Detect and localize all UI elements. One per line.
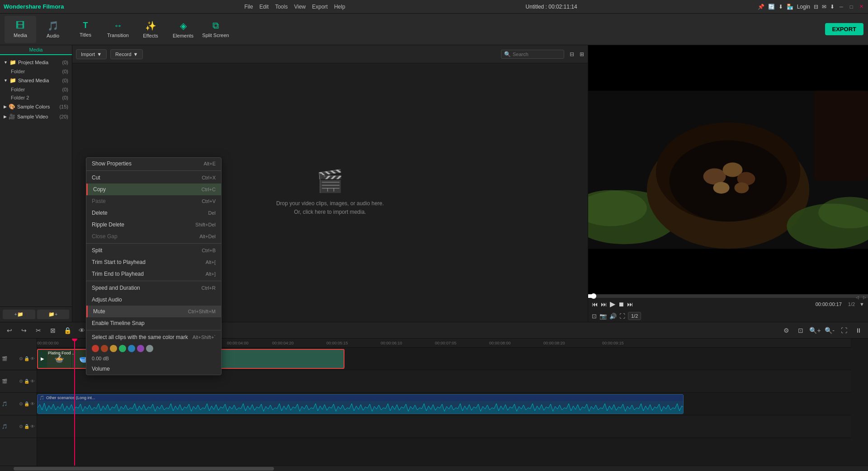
record-button[interactable]: Record ▼	[110, 49, 143, 59]
svg-point-10	[713, 182, 730, 193]
close-button[interactable]: ✕	[858, 4, 864, 10]
ctx-enable-snap[interactable]: Enable Timeline Snap	[86, 317, 221, 329]
track-lock-button[interactable]: 🔒	[24, 356, 29, 361]
tree-project-folder[interactable]: Folder (0)	[0, 67, 72, 75]
zoom-fit-button[interactable]: ⊡	[795, 325, 807, 336]
ctx-split[interactable]: Split Ctrl+B	[86, 245, 221, 256]
fast-forward-button[interactable]: ⏭	[627, 301, 633, 308]
redo-button[interactable]: ↪	[18, 325, 30, 336]
tree-project-media-header[interactable]: ▼ 📁 Project Media (0)	[0, 57, 72, 67]
ctx-trim-start[interactable]: Trim Start to Playhead Alt+[	[86, 256, 221, 268]
rewind-button[interactable]: ⏮	[592, 301, 598, 308]
toolbar-split-screen[interactable]: ⧉ Split Screen	[200, 16, 231, 43]
preview-snapshot-button[interactable]: 📷	[599, 313, 607, 320]
color-swatch-gray[interactable]	[146, 345, 153, 352]
pause-button[interactable]: ⏸	[853, 325, 864, 336]
preview-volume-button[interactable]: 🔊	[609, 313, 617, 320]
toolbar-media[interactable]: 🎞 Media	[5, 16, 36, 43]
ctx-delete[interactable]: Delete Del	[86, 207, 221, 219]
ctx-copy[interactable]: Copy Ctrl+C	[86, 184, 221, 195]
tree-shared-media-header[interactable]: ▼ 📁 Shared Media (0)	[0, 75, 72, 85]
toolbar-effects[interactable]: ✨ Effects	[135, 16, 166, 43]
ctx-select-same-color[interactable]: Select all clips with the same color mar…	[86, 331, 221, 343]
folder-label: Folder	[11, 87, 25, 92]
audio2-lock-button[interactable]: 🔒	[24, 424, 29, 429]
audio-lock-button[interactable]: 🔒	[24, 401, 29, 406]
ctx-mute[interactable]: Mute Ctrl+Shift+M	[86, 306, 221, 317]
tab-media[interactable]: Media	[0, 45, 72, 55]
toolbar-elements[interactable]: ◈ Elements	[167, 16, 199, 43]
split-button[interactable]: ✂	[33, 325, 44, 336]
audio2-eye-button[interactable]: 👁	[30, 424, 35, 429]
step-back-button[interactable]: ⏭	[601, 301, 607, 308]
color-swatch-brown[interactable]	[101, 345, 108, 352]
ctx-volume[interactable]: Volume	[86, 363, 221, 375]
menu-edit[interactable]: Edit	[259, 4, 269, 10]
import-button[interactable]: Import ▼	[76, 49, 107, 59]
menu-help[interactable]: Help	[334, 4, 345, 10]
ctx-volume-row: 0.00 dB	[86, 354, 221, 363]
track-settings-button[interactable]: ⚙	[19, 356, 23, 361]
tree-shared-folder[interactable]: Folder (0)	[0, 85, 72, 94]
scrollbar-thumb[interactable]	[14, 467, 274, 471]
track2-settings-button[interactable]: ⚙	[19, 379, 23, 384]
zoom-in-button[interactable]: 🔍+	[809, 325, 821, 336]
filter-icon[interactable]: ⊟	[570, 51, 574, 57]
stop-button[interactable]: ⏹	[618, 301, 624, 308]
menu-export[interactable]: Export	[312, 4, 328, 10]
tree-shared-folder2[interactable]: Folder 2 (0)	[0, 94, 72, 102]
toolbar-titles[interactable]: T Titles	[70, 16, 101, 43]
color-swatch-blue[interactable]	[128, 345, 135, 352]
toolbar-transition[interactable]: ↔ Transition	[102, 16, 134, 43]
preview-fit-button[interactable]: ⊡	[592, 313, 597, 320]
track-eye-button[interactable]: 👁	[30, 356, 35, 361]
toolbar-audio[interactable]: 🎵 Audio	[37, 16, 69, 43]
ctx-show-properties[interactable]: Show Properties Alt+E	[86, 158, 221, 170]
new-folder-button[interactable]: 📁+	[37, 310, 70, 319]
menu-view[interactable]: View	[294, 4, 306, 10]
ctx-speed-duration-label: Speed and Duration	[92, 285, 140, 291]
add-folder-button[interactable]: +📁	[3, 310, 35, 319]
track2-lock-button[interactable]: 🔒	[24, 379, 29, 384]
timeline-playhead[interactable]	[74, 339, 75, 466]
download2-icon: ⬇	[830, 4, 835, 10]
audio-settings-button[interactable]: ⚙	[19, 401, 23, 406]
audio-clip[interactable]: 🎵 Other scenarios (Long int... // Genera…	[37, 394, 684, 414]
color-swatch-red[interactable]	[92, 345, 99, 352]
preview-seekbar[interactable]: ▷ ◁	[588, 294, 868, 298]
lock-button[interactable]: 🔒	[61, 325, 73, 336]
grid-icon[interactable]: ⊞	[580, 51, 584, 57]
ctx-volume-label: Volume	[92, 366, 110, 372]
menu-file[interactable]: File	[244, 4, 253, 10]
ctx-cut[interactable]: Cut Ctrl+X	[86, 172, 221, 184]
color-swatch-green[interactable]	[119, 345, 126, 352]
search-input[interactable]	[513, 52, 561, 57]
delete-button[interactable]: ⊠	[47, 325, 59, 336]
ctx-ripple-delete[interactable]: Ripple Delete Shift+Del	[86, 219, 221, 231]
menu-tools[interactable]: Tools	[275, 4, 288, 10]
maximize-button[interactable]: □	[848, 4, 854, 10]
color-swatch-purple[interactable]	[137, 345, 144, 352]
audio2-settings-button[interactable]: ⚙	[19, 424, 23, 429]
minimize-button[interactable]: ─	[838, 4, 844, 10]
settings-icon[interactable]: ⚙	[780, 325, 792, 336]
preview-fullscreen-button[interactable]: ⛶	[619, 313, 625, 320]
tree-sample-video-header[interactable]: ▶ 🎥 Sample Video (20)	[0, 112, 72, 122]
track2-eye-button[interactable]: 👁	[30, 379, 35, 384]
tree-sample-colors-header[interactable]: ▶ 🎨 Sample Colors (15)	[0, 102, 72, 112]
timeline-scrollbar[interactable]	[0, 466, 868, 471]
play-button[interactable]: ▶	[610, 300, 615, 308]
ctx-adjust-audio[interactable]: Adjust Audio	[86, 294, 221, 306]
ruler-tick: 00:00:09:15	[602, 341, 624, 345]
undo-button[interactable]: ↩	[4, 325, 15, 336]
ctx-speed-duration[interactable]: Speed and Duration Ctrl+R	[86, 282, 221, 294]
color-swatch-yellow[interactable]	[110, 345, 117, 352]
export-button[interactable]: EXPORT	[825, 23, 863, 35]
audio-eye-button[interactable]: 👁	[30, 401, 35, 406]
zoom-out-button[interactable]: 🔍-	[824, 325, 835, 336]
speed-chevron[interactable]: ▼	[859, 301, 864, 307]
login-button[interactable]: Login	[797, 4, 810, 10]
ctx-trim-end[interactable]: Trim End to Playhead Alt+]	[86, 268, 221, 280]
search-box[interactable]: 🔍	[501, 50, 564, 59]
fullscreen-timeline-button[interactable]: ⛶	[838, 325, 850, 336]
